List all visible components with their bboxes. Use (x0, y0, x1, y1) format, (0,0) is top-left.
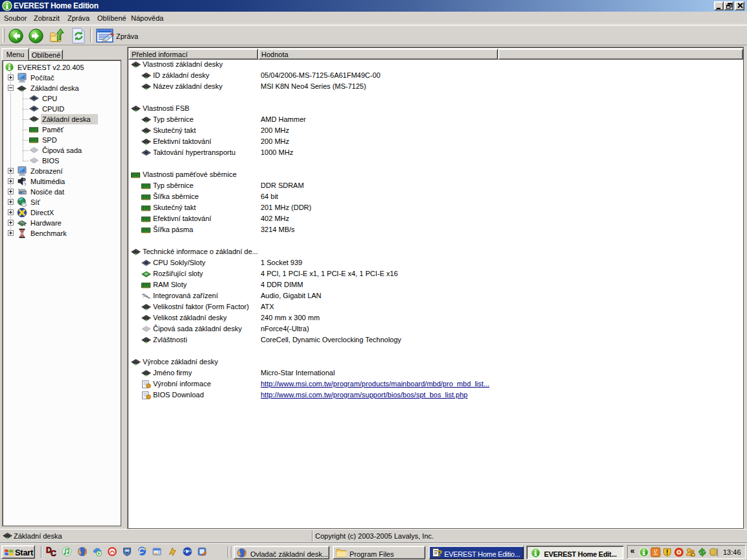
svg-text:C: C (51, 549, 56, 557)
